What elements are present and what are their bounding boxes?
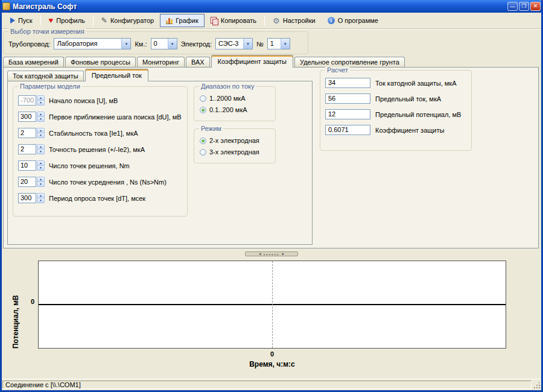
- toolbar-start-button[interactable]: Пуск: [4, 14, 39, 27]
- chart-y-axis-label: Потенциал, мВ: [11, 261, 20, 349]
- spinner-value[interactable]: 300: [18, 193, 36, 203]
- spin-up-icon[interactable]: ▲: [37, 112, 45, 117]
- arrow-left-icon: ◄: [258, 252, 262, 256]
- mode-option-2-electrode[interactable]: 2-х электродная: [200, 137, 275, 144]
- spin-up-icon[interactable]: ▲: [37, 193, 45, 198]
- tab-koeffitsient-zashchity[interactable]: Коэффициент защиты: [211, 55, 293, 68]
- pipeline-label: Трубопровод:: [8, 40, 50, 48]
- radio-icon[interactable]: [200, 95, 206, 102]
- spin-down-icon[interactable]: ▼: [37, 117, 45, 122]
- toolbar-about-button[interactable]: i О программе: [322, 14, 384, 27]
- minimize-button[interactable]: [507, 2, 518, 11]
- main-tabstrip: База измерений Фоновые процессы Монитори…: [3, 55, 406, 67]
- solution-points-spinner[interactable]: 10▲▼: [18, 160, 45, 171]
- spinner-value[interactable]: 2: [18, 128, 36, 138]
- spin-up-icon[interactable]: ▲: [37, 128, 45, 133]
- electrode-combobox[interactable]: СЭС-3 ▼: [215, 38, 253, 49]
- spin-up-icon[interactable]: ▲: [37, 177, 45, 182]
- pencil-icon: ✎: [101, 17, 107, 24]
- spin-down-icon[interactable]: ▼: [37, 101, 45, 106]
- cathodic-current-field[interactable]: 34: [325, 78, 370, 88]
- solution-accuracy-spinner[interactable]: 2▲▼: [18, 144, 45, 154]
- chart-y-zero-tick: 0: [25, 298, 34, 305]
- km-label: Км.:: [135, 40, 147, 48]
- calc-label: Коэффициент защиты: [375, 127, 444, 134]
- spin-down-icon[interactable]: ▼: [37, 198, 45, 203]
- spinner-value[interactable]: 2: [18, 144, 36, 154]
- toolbar-settings-button[interactable]: ⚙ Настройки: [267, 14, 322, 27]
- chevron-down-icon[interactable]: ▼: [121, 39, 130, 49]
- param-label: Первое приближение шага поиска [dU], мВ: [49, 113, 182, 121]
- spin-down-icon[interactable]: ▼: [37, 182, 45, 187]
- chevron-down-icon[interactable]: ▼: [243, 39, 252, 49]
- toolbar-profile-button[interactable]: ♥ Профиль: [43, 14, 91, 27]
- toolbar-copy-button[interactable]: Копировать: [205, 14, 262, 27]
- protection-coefficient-field[interactable]: 0.6071: [325, 125, 370, 135]
- chart-cursor-dashed-line: [272, 261, 273, 348]
- tab-vah[interactable]: ВАХ: [186, 57, 210, 67]
- splitter-collapse-handle[interactable]: ◄ •••••• ►: [245, 251, 298, 256]
- maximize-button[interactable]: [519, 2, 529, 11]
- spin-up-icon[interactable]: ▲: [37, 144, 45, 150]
- selection-group-title: Выбор точки измерения: [8, 28, 86, 35]
- horizontal-splitter[interactable]: ◄ •••••• ►: [2, 250, 541, 258]
- grip-dots-icon: ••••••: [264, 253, 280, 256]
- spin-down-icon[interactable]: ▼: [37, 150, 45, 154]
- spinner-value[interactable]: 20: [18, 177, 36, 187]
- tab-baza-izmereniy[interactable]: База измерений: [3, 57, 64, 67]
- tab-fonovye-protsessy[interactable]: Фоновые процессы: [65, 57, 136, 67]
- chevron-down-icon[interactable]: ▼: [168, 39, 177, 49]
- calc-title: Расчет: [325, 66, 350, 74]
- current-range-title: Диапазон по току: [199, 83, 256, 90]
- tab-udelnoe-soprotivlenie[interactable]: Удельное сопротивление грунта: [294, 57, 405, 67]
- toolbar-configurator-button[interactable]: ✎ Конфигуратор: [95, 14, 160, 27]
- number-combobox[interactable]: 1 ▼: [267, 38, 290, 49]
- radio-icon[interactable]: [200, 149, 206, 156]
- spinner-value[interactable]: 10: [18, 160, 36, 171]
- selection-groupbox: Выбор точки измерения Трубопровод: Лабор…: [3, 31, 308, 54]
- param-row: 300▲▼ Первое приближение шага поиска [dU…: [18, 112, 187, 122]
- radio-checked-icon[interactable]: [200, 138, 206, 144]
- mode-option-3-electrode[interactable]: 3-х электродная: [200, 148, 275, 156]
- limit-potential-field[interactable]: 12: [325, 109, 370, 119]
- tab-predelnyy-tok[interactable]: Предельный ток: [85, 69, 148, 81]
- pipeline-combobox[interactable]: Лаборатория ▼: [54, 38, 131, 49]
- range-option-1-2000[interactable]: 1..2000 мкА: [200, 95, 275, 102]
- limit-current-field[interactable]: 56: [325, 93, 370, 104]
- spinner-value[interactable]: 300: [18, 112, 36, 122]
- copy-icon: [211, 17, 218, 24]
- number-value: 1: [268, 39, 281, 49]
- tab-tok-katodnoy-zashchity[interactable]: Ток катодной защиты: [7, 71, 84, 81]
- start-search-spinner[interactable]: -700▲▼: [18, 95, 45, 106]
- spin-up-icon[interactable]: ▲: [37, 160, 45, 166]
- radio-checked-icon[interactable]: [200, 107, 206, 113]
- chevron-down-icon[interactable]: ▼: [281, 39, 290, 49]
- radio-label: 3-х электродная: [209, 148, 259, 156]
- bar-chart-icon: [166, 17, 173, 24]
- koeffitsient-zashchity-page: Ток катодной защиты Предельный ток Парам…: [3, 67, 539, 248]
- app-window: Магистраль Софт Пуск ♥ Профиль ✎ Конфигу…: [0, 0, 543, 392]
- toolbar-configurator-label: Конфигуратор: [110, 17, 154, 24]
- spin-up-icon[interactable]: ▲: [37, 95, 45, 101]
- param-label: Число точек решения, Nm: [49, 162, 130, 169]
- calc-row: 34 Ток катодной защиты, мкА: [325, 78, 471, 88]
- current-range-groupbox: Диапазон по току 1..2000 мкА 0.1..200 мк…: [194, 86, 276, 121]
- range-option-01-200[interactable]: 0.1..200 мкА: [200, 106, 275, 113]
- calc-row: 12 Предельный потенциал, мВ: [325, 109, 471, 119]
- spin-down-icon[interactable]: ▼: [37, 166, 45, 171]
- tab-monitoring[interactable]: Мониторинг: [137, 57, 185, 67]
- km-value: 0: [151, 39, 168, 49]
- spin-down-icon[interactable]: ▼: [37, 133, 45, 138]
- toolbar-graph-button[interactable]: График: [160, 14, 205, 27]
- param-label: Стабильность тока [Ie1], мкА: [49, 130, 138, 137]
- resize-grip[interactable]: [533, 381, 541, 389]
- step-approx-spinner[interactable]: 300▲▼: [18, 112, 45, 122]
- close-button[interactable]: [530, 2, 541, 11]
- km-combobox[interactable]: 0 ▼: [151, 38, 177, 49]
- averaging-points-spinner[interactable]: 20▲▼: [18, 177, 45, 187]
- current-stability-spinner[interactable]: 2▲▼: [18, 128, 45, 138]
- toolbar-settings-label: Настройки: [283, 17, 316, 24]
- poll-period-spinner[interactable]: 300▲▼: [18, 193, 45, 203]
- spinner-value[interactable]: -700: [18, 95, 36, 106]
- calc-row: 0.6071 Коэффициент защиты: [325, 125, 471, 135]
